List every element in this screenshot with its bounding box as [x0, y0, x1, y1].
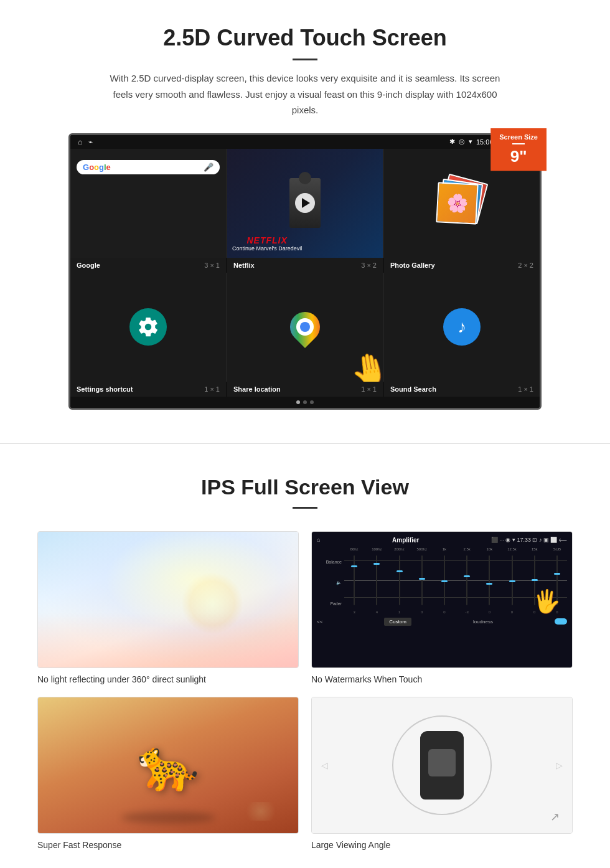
app-labels-bottom: Settings shortcut 1 × 1 Share location 1…	[70, 382, 540, 397]
cheetah-background: 🐆	[38, 697, 298, 833]
sky-background	[38, 532, 298, 668]
settings-icon-background	[129, 308, 167, 346]
google-label: Google 3 × 1	[70, 258, 226, 273]
section-divider-line	[0, 443, 610, 444]
amp-nav-back: <<	[317, 619, 322, 625]
amp-loudness-label: loudness	[473, 619, 493, 625]
share-location-cell[interactable]: 🤚	[227, 273, 383, 382]
sunlight-image	[37, 531, 299, 668]
play-circle[interactable]	[295, 193, 315, 213]
settings-label: Settings shortcut 1 × 1	[70, 382, 226, 397]
section-ips: IPS Full Screen View	[0, 456, 610, 531]
app-grid: Google 🎤	[70, 149, 540, 258]
share-label: Share location 1 × 1	[227, 382, 383, 397]
netflix-app-cell[interactable]: NETFLIX Continue Marvel's Daredevil	[227, 149, 383, 258]
netflix-text: NETFLIX	[232, 235, 302, 245]
dot-2	[303, 400, 307, 404]
left-arrow-icon: ◁	[321, 760, 328, 770]
sunlight-caption: No light reflecting under 360° direct su…	[37, 674, 299, 684]
device-mockup: Screen Size 9" ⌂ ⌁ ✱ ◎ ▾ 15:06 ⊡ ♪ ▣	[68, 133, 542, 410]
gallery-app-name: Photo Gallery	[390, 262, 435, 269]
amp-bottom-bar: << Custom loudness	[317, 618, 567, 626]
badge-divider	[512, 143, 525, 144]
netflix-label-row: Netflix 3 × 2	[227, 258, 383, 273]
amplifier-screen: ⌂ Amplifier ⬛ ··· ◉ ▾ 17:33 ⊡ ♪ ▣ ⬜ ⟵ 60…	[312, 532, 572, 668]
car-view-background: ↗ ◁ ▷	[312, 697, 572, 833]
section1-title: 2.5D Curved Touch Screen	[37, 25, 573, 51]
badge-label: Screen Size	[499, 133, 538, 141]
google-app-size: 3 × 1	[204, 262, 220, 269]
share-app-size: 1 × 1	[361, 385, 377, 393]
app-grid-bottom: 🤚 ♪	[70, 273, 540, 382]
badge-size: 9"	[499, 147, 538, 166]
share-app-name: Share location	[233, 385, 281, 393]
gallery-app-size: 2 × 2	[518, 262, 533, 269]
netflix-label: NETFLIX Continue Marvel's Daredevil	[232, 235, 302, 252]
cheetah-image: 🐆	[37, 697, 299, 834]
angle-arrow-icon: ↗	[550, 810, 560, 824]
amp-custom-btn[interactable]: Custom	[384, 618, 411, 626]
google-app-name: Google	[77, 262, 100, 269]
screen-size-badge: Screen Size 9"	[490, 128, 547, 171]
page-indicator	[70, 397, 540, 408]
feature-sunlight: No light reflecting under 360° direct su…	[37, 531, 299, 684]
cheetah-caption: Super Fast Response	[37, 840, 299, 850]
bluetooth-icon: ✱	[449, 138, 455, 146]
netflix-app-name: Netflix	[233, 262, 255, 269]
sound-search-cell[interactable]: ♪	[384, 273, 540, 382]
device-screen: ⌂ ⌁ ✱ ◎ ▾ 15:06 ⊡ ♪ ▣ ⬜	[68, 133, 542, 410]
amp-title: Amplifier	[392, 537, 419, 544]
settings-app-name: Settings shortcut	[77, 385, 133, 393]
sound-app-size: 1 × 1	[518, 385, 533, 393]
google-app-cell[interactable]: Google 🎤	[70, 149, 226, 258]
sound-label: Sound Search 1 × 1	[384, 382, 540, 397]
gear-icon	[137, 316, 159, 338]
google-search-bar[interactable]: Google 🎤	[77, 160, 220, 174]
car-image: ↗ ◁ ▷	[311, 697, 573, 834]
status-bar: ⌂ ⌁ ✱ ◎ ▾ 15:06 ⊡ ♪ ▣ ⬜	[70, 135, 540, 149]
ips-title-divider	[293, 507, 317, 509]
feature-watermark: ⌂ Amplifier ⬛ ··· ◉ ▾ 17:33 ⊡ ♪ ▣ ⬜ ⟵ 60…	[311, 531, 573, 684]
settings-app-size: 1 × 1	[204, 385, 220, 393]
dot-3	[310, 400, 314, 404]
watermark-image: ⌂ Amplifier ⬛ ··· ◉ ▾ 17:33 ⊡ ♪ ▣ ⬜ ⟵ 60…	[311, 531, 573, 668]
settings-app-cell[interactable]	[70, 273, 226, 382]
feature-grid: No light reflecting under 360° direct su…	[0, 531, 610, 869]
dot-1	[296, 400, 300, 404]
right-arrow-icon: ▷	[556, 760, 563, 770]
home-icon: ⌂	[78, 138, 82, 146]
sound-search-inner: ♪	[384, 273, 540, 382]
sound-app-name: Sound Search	[390, 385, 436, 393]
section1-description: With 2.5D curved-display screen, this de…	[106, 70, 504, 118]
hand-eq-icon: 🖐	[533, 588, 561, 615]
car-caption: Large Viewing Angle	[311, 840, 573, 850]
watermark-caption: No Watermarks When Touch	[311, 674, 573, 684]
play-triangle-icon	[302, 198, 310, 208]
gps-icon: ◎	[459, 138, 465, 146]
amp-status-icons: ⬛ ··· ◉ ▾ 17:33 ⊡ ♪ ▣ ⬜ ⟵	[491, 537, 567, 543]
music-note-icon: ♪	[443, 308, 481, 346]
settings-inner	[70, 273, 226, 382]
netflix-continue-text: Continue Marvel's Daredevil	[232, 245, 302, 252]
feature-car: ↗ ◁ ▷ Large Viewing Angle	[311, 697, 573, 850]
maps-icon	[290, 312, 320, 342]
amp-toggle[interactable]	[555, 618, 567, 625]
section-curved-screen: 2.5D Curved Touch Screen With 2.5D curve…	[0, 0, 610, 431]
gallery-label: Photo Gallery 2 × 2	[384, 258, 540, 273]
car-body	[420, 731, 464, 800]
amp-status-bar: ⌂ Amplifier ⬛ ··· ◉ ▾ 17:33 ⊡ ♪ ▣ ⬜ ⟵	[317, 537, 567, 544]
status-bar-left: ⌂ ⌁	[78, 138, 93, 146]
cheetah-icon: 🐆	[137, 736, 199, 795]
car-view-circle	[392, 715, 492, 815]
mic-icon: 🎤	[204, 163, 214, 172]
usb-icon: ⌁	[88, 138, 93, 146]
car-window	[428, 749, 456, 776]
google-logo: Google	[83, 163, 111, 172]
amp-home-icon: ⌂	[317, 537, 320, 543]
feature-cheetah: 🐆 Super Fast Response	[37, 697, 299, 850]
netflix-app-size: 3 × 2	[361, 262, 377, 269]
title-divider	[293, 59, 317, 60]
wifi-icon: ▾	[469, 138, 472, 146]
app-labels-top: Google 3 × 1 Netflix 3 × 2 Photo Gallery…	[70, 258, 540, 273]
section2-title: IPS Full Screen View	[37, 475, 573, 499]
